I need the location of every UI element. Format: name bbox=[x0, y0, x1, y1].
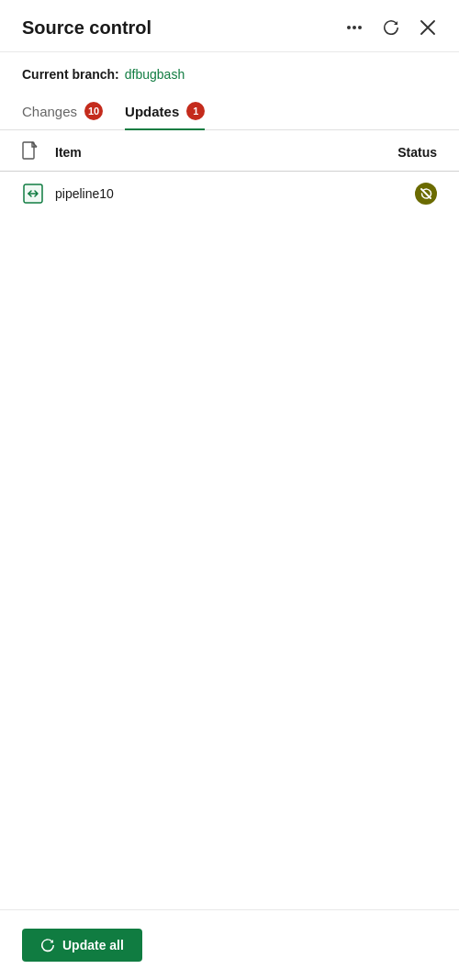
status-icon-badge bbox=[415, 183, 437, 205]
refresh-button[interactable] bbox=[378, 15, 404, 40]
file-icon bbox=[22, 141, 39, 160]
tab-changes-badge: 10 bbox=[84, 102, 103, 120]
row-item-name: pipeline10 bbox=[55, 186, 382, 201]
branch-name: dfbugbash bbox=[125, 67, 185, 82]
tab-updates-badge: 1 bbox=[186, 102, 205, 120]
table-header: Item Status bbox=[0, 130, 459, 172]
row-status bbox=[382, 183, 437, 205]
update-all-icon bbox=[40, 938, 55, 952]
tab-updates-label: Updates bbox=[125, 104, 179, 119]
table-header-icon-col bbox=[22, 141, 55, 163]
table-col-status: Status bbox=[382, 145, 437, 160]
branch-label: Current branch: bbox=[22, 67, 119, 82]
update-all-label: Update all bbox=[62, 938, 124, 952]
tabs-bar: Changes 10 Updates 1 bbox=[0, 93, 459, 130]
close-button[interactable] bbox=[415, 15, 441, 40]
more-options-icon bbox=[347, 26, 362, 29]
more-options-button[interactable] bbox=[341, 15, 367, 40]
refresh-icon bbox=[383, 19, 399, 36]
header-actions bbox=[341, 15, 441, 40]
pipeline-icon bbox=[22, 183, 44, 205]
table-body: pipeline10 bbox=[0, 172, 459, 216]
panel-footer: Update all bbox=[0, 909, 459, 980]
table-col-item: Item bbox=[55, 145, 382, 160]
no-sync-icon bbox=[420, 187, 432, 200]
update-all-button[interactable]: Update all bbox=[22, 929, 142, 962]
panel-header: Source control bbox=[0, 0, 459, 52]
tab-changes[interactable]: Changes 10 bbox=[22, 93, 103, 129]
source-control-panel: Source control Current br bbox=[0, 0, 459, 980]
row-pipeline-icon-container bbox=[22, 183, 55, 205]
panel-title: Source control bbox=[22, 17, 341, 39]
close-icon bbox=[420, 20, 435, 35]
tab-changes-label: Changes bbox=[22, 104, 77, 119]
table-row[interactable]: pipeline10 bbox=[0, 172, 459, 216]
tab-updates[interactable]: Updates 1 bbox=[125, 93, 205, 129]
branch-row: Current branch: dfbugbash bbox=[0, 52, 459, 93]
content-spacer bbox=[0, 216, 459, 909]
